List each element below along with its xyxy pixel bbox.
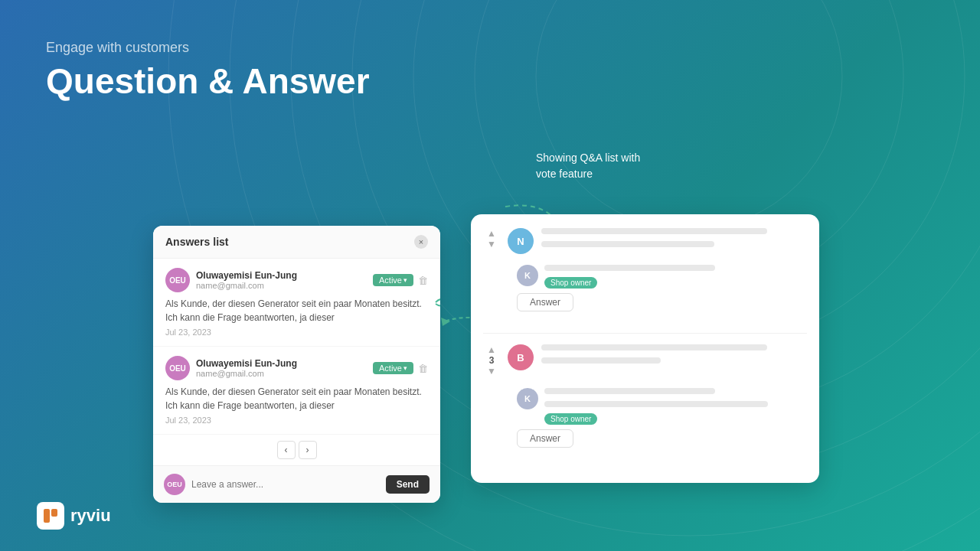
- logo-text: ryviu: [70, 506, 111, 526]
- question-bars: [541, 344, 807, 367]
- vote-down-icon[interactable]: ▼: [487, 239, 496, 249]
- user-name: Oluwayemisi Eun-Jung: [196, 270, 297, 281]
- header-section: Engage with customers Question & Answer: [46, 40, 370, 102]
- avatar: OEU: [165, 268, 190, 292]
- text-bar: [541, 228, 767, 234]
- status-label: Active: [379, 364, 402, 373]
- user-info: OEU Oluwayemisi Eun-Jung name@gmail.com: [165, 356, 297, 380]
- close-button[interactable]: ×: [414, 235, 428, 249]
- text-bar: [544, 265, 715, 271]
- vote-down-icon[interactable]: ▼: [487, 366, 496, 377]
- question-bars: [541, 228, 807, 250]
- footer-avatar: OEU: [164, 474, 185, 495]
- send-button[interactable]: Send: [386, 475, 430, 494]
- item-arrow-icon: [434, 293, 440, 311]
- item-actions: Active ▾ 🗑: [373, 274, 428, 286]
- delete-icon[interactable]: 🗑: [418, 363, 428, 374]
- status-label: Active: [379, 276, 402, 285]
- prev-page-button[interactable]: ‹: [277, 441, 296, 459]
- user-details: Oluwayemisi Eun-Jung name@gmail.com: [196, 270, 297, 290]
- chevron-down-icon: ▾: [403, 276, 407, 284]
- leave-answer-input[interactable]: [191, 479, 380, 490]
- header-title: Question & Answer: [46, 60, 370, 102]
- text-bar: [544, 401, 768, 407]
- question-content: [541, 344, 807, 367]
- answer-bars: [544, 388, 807, 410]
- svg-rect-11: [51, 509, 57, 517]
- logo: ryviu: [37, 502, 111, 530]
- answers-card: Answers list × OEU Oluwayemisi Eun-Jung …: [153, 226, 440, 503]
- delete-icon[interactable]: 🗑: [418, 275, 428, 286]
- item-actions: Active ▾ 🗑: [373, 362, 428, 374]
- answer-avatar: K: [517, 388, 538, 409]
- answer-item-header: OEU Oluwayemisi Eun-Jung name@gmail.com …: [165, 268, 428, 292]
- logo-icon: [37, 502, 64, 530]
- answer-item-header: OEU Oluwayemisi Eun-Jung name@gmail.com …: [165, 356, 428, 380]
- shop-owner-badge: Shop owner: [544, 277, 597, 289]
- tooltip-box: Showing Q&A list withvote feature: [536, 150, 640, 182]
- text-bar: [541, 344, 767, 350]
- question-avatar: N: [508, 228, 534, 254]
- qa-answer-row: K Shop owner: [517, 265, 807, 289]
- svg-point-0: [536, 0, 842, 230]
- answer-text: Als Kunde, der diesen Generator seit ein…: [165, 297, 428, 324]
- user-info: OEU Oluwayemisi Eun-Jung name@gmail.com: [165, 268, 297, 292]
- user-email: name@gmail.com: [196, 369, 297, 378]
- qa-answer-row: K Shop owner: [517, 388, 807, 425]
- card-footer: OEU Send: [153, 465, 440, 503]
- qa-question-row: ▲ 3 ▼ B: [483, 344, 807, 377]
- text-bar: [544, 388, 715, 394]
- svg-marker-8: [441, 318, 450, 326]
- pagination: ‹ ›: [153, 435, 440, 465]
- status-badge[interactable]: Active ▾: [373, 362, 413, 374]
- tooltip-text: Showing Q&A list withvote feature: [536, 152, 640, 180]
- shop-owner-badge: Shop owner: [544, 413, 597, 425]
- answer-content: Shop owner: [544, 388, 807, 425]
- text-bar: [541, 241, 714, 247]
- vote-count: 3: [489, 355, 495, 366]
- svg-rect-10: [44, 509, 50, 523]
- vote-up-icon[interactable]: ▲: [487, 228, 496, 239]
- qa-answer-section: K Shop owner Answer: [517, 388, 807, 458]
- answers-card-title: Answers list: [165, 236, 228, 248]
- header-subtitle: Engage with customers: [46, 40, 370, 56]
- answer-date: Jul 23, 2023: [165, 416, 428, 425]
- answer-text: Als Kunde, der diesen Generator seit ein…: [165, 385, 428, 412]
- qa-answer-section: K Shop owner Answer: [517, 265, 807, 322]
- answer-content: Shop owner: [544, 265, 807, 289]
- question-avatar: B: [508, 344, 534, 370]
- answer-button[interactable]: Answer: [517, 429, 573, 448]
- text-bar: [541, 357, 661, 364]
- vote-up-icon[interactable]: ▲: [487, 344, 496, 355]
- qa-question-row: ▲ ▼ N: [483, 228, 807, 254]
- question-content: [541, 228, 807, 250]
- avatar: OEU: [165, 356, 190, 380]
- answer-avatar: K: [517, 265, 538, 286]
- qa-card: ▲ ▼ N K Shop owner Answer ▲: [471, 214, 819, 483]
- answer-item: OEU Oluwayemisi Eun-Jung name@gmail.com …: [153, 347, 440, 435]
- answer-date: Jul 23, 2023: [165, 328, 428, 337]
- user-details: Oluwayemisi Eun-Jung name@gmail.com: [196, 358, 297, 378]
- divider: [483, 333, 807, 334]
- answer-item: OEU Oluwayemisi Eun-Jung name@gmail.com …: [153, 259, 440, 347]
- answer-bars: [544, 265, 807, 274]
- next-page-button[interactable]: ›: [299, 441, 317, 459]
- answers-card-header: Answers list ×: [153, 226, 440, 259]
- user-name: Oluwayemisi Eun-Jung: [196, 358, 297, 369]
- user-email: name@gmail.com: [196, 281, 297, 290]
- vote-control: ▲ ▼: [483, 228, 500, 250]
- vote-control: ▲ 3 ▼: [483, 344, 500, 377]
- chevron-down-icon: ▾: [403, 364, 407, 372]
- status-badge[interactable]: Active ▾: [373, 274, 413, 286]
- answer-button[interactable]: Answer: [517, 293, 573, 311]
